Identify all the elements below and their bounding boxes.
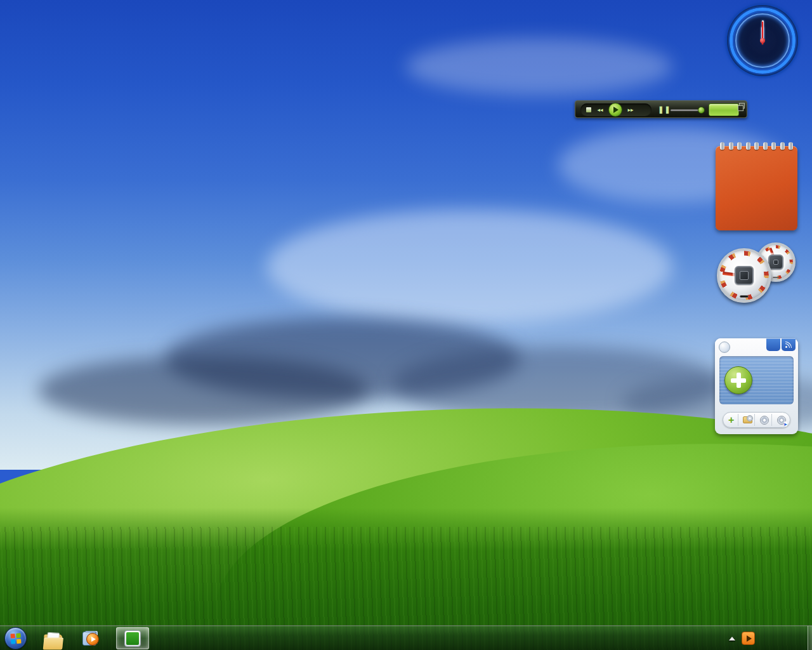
spiral-binding xyxy=(720,142,793,150)
taskbar-media-player-button[interactable] xyxy=(80,628,102,649)
player-controls: ◂◂ ▸▸ xyxy=(580,103,652,116)
clock-center-cap xyxy=(760,38,765,43)
cpu-chip-icon xyxy=(735,266,754,285)
restore-window-icon[interactable] xyxy=(739,103,745,109)
taskbar xyxy=(0,625,812,650)
previous-button[interactable]: ◂◂ xyxy=(596,105,605,114)
clock-face xyxy=(736,14,789,67)
taskbar-explorer-button[interactable] xyxy=(39,628,61,649)
stop-button[interactable] xyxy=(584,105,593,114)
taskbar-clock[interactable] xyxy=(761,633,806,643)
show-desktop-button[interactable] xyxy=(808,626,812,650)
taskbar-utorrent-button[interactable] xyxy=(116,627,149,649)
cpu-meter-gadget[interactable] xyxy=(717,248,771,303)
dark-cloud xyxy=(38,355,368,425)
next-button[interactable]: ▸▸ xyxy=(626,105,635,114)
time-display xyxy=(709,103,739,116)
calendar-gadget[interactable] xyxy=(716,146,797,230)
cloud xyxy=(406,38,672,95)
cpu-percent xyxy=(740,295,749,298)
add-drive-plus-icon[interactable] xyxy=(724,366,752,394)
pause-button[interactable]: ❚❚ xyxy=(658,105,671,114)
virtual-drive-dropzone[interactable] xyxy=(719,356,794,404)
lightning-icon xyxy=(719,342,730,353)
tray-player-icon[interactable] xyxy=(742,632,755,645)
cloud xyxy=(266,209,672,324)
rss-tab[interactable] xyxy=(782,338,796,351)
open-image-button[interactable] xyxy=(741,414,755,426)
rss-icon xyxy=(785,342,792,348)
system-tray xyxy=(717,626,806,650)
ram-percent xyxy=(773,277,779,278)
mini-player: ◂◂ ▸▸ ❚❚ xyxy=(575,100,747,118)
mount-image-button[interactable] xyxy=(758,414,772,426)
utorrent-icon xyxy=(124,630,141,647)
play-button[interactable] xyxy=(608,103,622,117)
volume-slider[interactable] xyxy=(671,109,704,111)
show-hidden-icons-button[interactable] xyxy=(729,637,735,640)
windows-logo-icon xyxy=(10,633,22,644)
start-button[interactable] xyxy=(4,627,27,649)
clock-gadget[interactable] xyxy=(727,5,798,76)
daemon-tools-header xyxy=(719,342,733,353)
media-player-icon xyxy=(81,629,100,648)
add-image-button[interactable]: + xyxy=(724,414,738,426)
autoplay-image-button[interactable] xyxy=(775,414,789,426)
desktop: ◂◂ ▸▸ ❚❚ xyxy=(0,0,812,650)
ram-chip-icon xyxy=(768,255,783,270)
help-tab[interactable] xyxy=(766,338,780,351)
slider-knob[interactable] xyxy=(698,107,705,114)
daemon-tools-toolbar: + xyxy=(723,412,790,428)
daemon-tools-gadget: + xyxy=(715,338,798,434)
